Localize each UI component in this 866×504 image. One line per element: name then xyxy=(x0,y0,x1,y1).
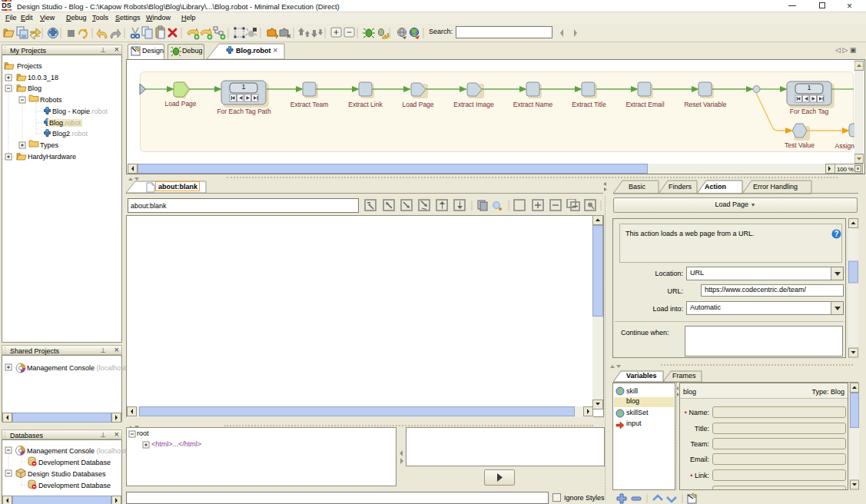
svg-text:Test Value: Test Value xyxy=(785,141,815,149)
svg-text:For Each Tag: For Each Tag xyxy=(790,108,829,115)
svg-text:Extract Email: Extract Email xyxy=(625,101,664,108)
svg-text:Extract Link: Extract Link xyxy=(348,101,383,108)
svg-text:Load Page: Load Page xyxy=(402,101,433,108)
svg-text:Assign: Assign xyxy=(834,142,854,150)
svg-text:1: 1 xyxy=(241,83,245,91)
svg-text:Extract Team: Extract Team xyxy=(290,101,328,108)
svg-text:Reset Variable: Reset Variable xyxy=(684,101,726,108)
svg-text:1: 1 xyxy=(807,84,811,91)
svg-text:Load Page: Load Page xyxy=(164,100,196,108)
svg-text:Extract Title: Extract Title xyxy=(572,101,606,108)
svg-text:DS: DS xyxy=(2,2,12,9)
svg-text:For Each Tag Path: For Each Tag Path xyxy=(217,108,271,115)
svg-text:?: ? xyxy=(834,230,838,238)
svg-text:Extract Image: Extract Image xyxy=(453,101,494,108)
svg-text:Extract Name: Extract Name xyxy=(513,101,553,108)
